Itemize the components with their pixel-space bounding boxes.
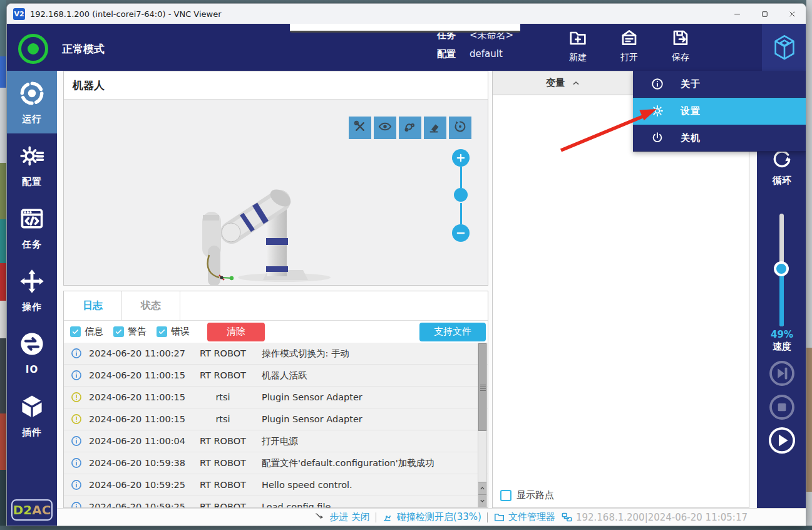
menu-item-settings[interactable]: 设置 xyxy=(633,98,806,125)
zoom-slider-handle[interactable] xyxy=(454,188,468,202)
view-eraser-button[interactable] xyxy=(424,117,446,139)
robot-model-badge: D2AC xyxy=(11,499,53,521)
file-button-label: 打开 xyxy=(620,52,638,63)
config-icon xyxy=(18,142,46,172)
file-manager-link[interactable]: 文件管理器 xyxy=(493,511,555,523)
zoom-out-button[interactable] xyxy=(452,224,470,242)
sidebar-item-plugin[interactable]: 插件 xyxy=(7,384,57,447)
step-mode-status[interactable]: 步进 关闭 xyxy=(314,511,370,523)
menu-item-about[interactable]: 关于 xyxy=(633,71,806,98)
sidebar-item-label: 配置 xyxy=(22,176,42,188)
operate-icon xyxy=(18,268,46,298)
zoom-slider-track xyxy=(460,167,462,188)
variables-title: 变量 xyxy=(546,77,565,89)
vnc-toolbar-peek[interactable] xyxy=(290,24,520,33)
log-source: RT ROBOT xyxy=(188,370,258,380)
stop-button[interactable] xyxy=(768,393,796,422)
filter-checkbox-1[interactable] xyxy=(113,326,124,337)
info-icon xyxy=(650,77,664,91)
log-timestamp: 2024-06-20 11:00:15 xyxy=(89,392,188,402)
collision-detection-status[interactable]: 碰撞检测开启(33%) xyxy=(382,511,481,523)
log-source: rtsi xyxy=(188,414,258,424)
view-reset-view-button[interactable] xyxy=(449,117,471,139)
log-row-list: 2024-06-20 11:00:27RT ROBOT操作模式切换为: 手动20… xyxy=(64,343,488,507)
step-forward-button[interactable] xyxy=(768,359,796,388)
mode-label: 正常模式 xyxy=(62,42,105,56)
status-bar: 步进 关闭 碰撞检测开启(33%) 文件管理器 192.168.1.200|20… xyxy=(57,508,806,526)
filter-checkbox-2[interactable] xyxy=(157,326,167,337)
save-file-button[interactable]: 保存 xyxy=(660,28,701,63)
log-timestamp: 2024-06-20 11:00:04 xyxy=(89,436,188,446)
log-message: Hello speed control. xyxy=(258,480,488,490)
robot-3d-view[interactable] xyxy=(64,100,488,285)
filter-checkbox-0[interactable] xyxy=(70,326,81,337)
log-row[interactable]: 2024-06-20 11:00:27RT ROBOT操作模式切换为: 手动 xyxy=(64,343,488,365)
menu-item-label: 设置 xyxy=(681,105,701,117)
open-file-button[interactable]: 打开 xyxy=(609,28,649,63)
app-dropdown-menu: 关于设置关机 xyxy=(633,71,806,152)
log-row[interactable]: 2024-06-20 10:59:25RT ROBOTLoad config f… xyxy=(64,496,488,507)
stop-icon xyxy=(768,412,796,424)
task-icon xyxy=(18,205,46,235)
new-file-icon xyxy=(568,28,588,50)
view-tools-button[interactable] xyxy=(349,117,371,139)
loop-mode-button[interactable]: 循环 xyxy=(757,147,806,187)
vnc-window: V2 192.168.1.200 (intel-corei7-64:0) - V… xyxy=(6,3,806,526)
status-green-icon xyxy=(18,34,48,64)
log-source: RT ROBOT xyxy=(188,458,258,468)
new-file-button[interactable]: 新建 xyxy=(558,28,598,63)
info-icon xyxy=(70,457,83,469)
view-eye-button[interactable] xyxy=(374,117,396,139)
tab-log[interactable]: 日志 xyxy=(64,291,122,320)
log-source: RT ROBOT xyxy=(188,348,258,358)
play-button[interactable] xyxy=(766,425,798,456)
app-logo-button[interactable] xyxy=(762,24,806,71)
view-trajectory-button[interactable] xyxy=(399,117,421,139)
info-icon xyxy=(70,369,83,382)
menu-item-shutdown[interactable]: 关机 xyxy=(633,125,806,152)
log-message: 打开电源 xyxy=(258,435,488,447)
log-timestamp: 2024-06-20 10:59:25 xyxy=(89,480,188,490)
log-message: 配置文件'default.configuration'加载成功 xyxy=(258,457,488,469)
log-message: 机器人活跃 xyxy=(258,370,488,382)
log-row[interactable]: 2024-06-20 11:00:04RT ROBOT打开电源 xyxy=(64,430,488,452)
scrollbar-thumb[interactable] xyxy=(478,343,486,431)
window-title: 192.168.1.200 (intel-corei7-64:0) - VNC … xyxy=(30,9,723,19)
speed-label: 速度 xyxy=(757,341,806,353)
chevron-up-icon xyxy=(571,78,581,88)
tab-status[interactable]: 状态 xyxy=(122,291,180,320)
log-row[interactable]: 2024-06-20 11:00:15RT ROBOT机器人活跃 xyxy=(64,365,488,387)
close-button[interactable] xyxy=(778,4,806,24)
sidebar-item-run[interactable]: 运行 xyxy=(7,71,57,133)
menu-item-label: 关机 xyxy=(681,132,701,144)
support-files-button[interactable]: 支持文件 xyxy=(419,323,486,341)
clear-log-button[interactable]: 清除 xyxy=(207,323,265,341)
show-waypoints-checkbox[interactable] xyxy=(500,490,511,501)
log-row[interactable]: 2024-06-20 11:00:15rtsiPlugin Sensor Ada… xyxy=(64,387,488,408)
view-toolbar xyxy=(349,117,471,139)
speed-percent: 49% xyxy=(757,329,806,340)
speed-slider-handle[interactable] xyxy=(774,261,789,276)
scroll-down-button[interactable] xyxy=(478,494,486,507)
log-message: Plugin Sensor Adapter xyxy=(258,414,488,424)
minimize-button[interactable] xyxy=(723,4,751,24)
sidebar-item-task[interactable]: 任务 xyxy=(7,196,57,259)
log-row[interactable]: 2024-06-20 10:59:25RT ROBOTHello speed c… xyxy=(64,474,488,496)
info-icon xyxy=(70,435,83,447)
log-row[interactable]: 2024-06-20 10:59:38RT ROBOT配置文件'default.… xyxy=(64,452,488,474)
sidebar-item-operate[interactable]: 操作 xyxy=(7,259,57,321)
log-timestamp: 2024-06-20 11:00:15 xyxy=(89,370,188,380)
sidebar-item-label: 任务 xyxy=(22,239,42,251)
save-file-icon xyxy=(671,28,691,50)
robot-panel-title: 机器人 xyxy=(64,71,488,100)
loop-label: 循环 xyxy=(773,175,791,187)
log-scrollbar[interactable] xyxy=(478,343,487,507)
zoom-in-button[interactable] xyxy=(452,149,470,167)
log-timestamp: 2024-06-20 11:00:27 xyxy=(89,348,188,358)
scroll-up-button[interactable] xyxy=(478,482,486,494)
log-message: Plugin Sensor Adapter xyxy=(258,392,488,402)
sidebar-item-config[interactable]: 配置 xyxy=(7,133,57,196)
sidebar-item-io[interactable]: IO xyxy=(7,321,57,384)
log-row[interactable]: 2024-06-20 11:00:15rtsiPlugin Sensor Ada… xyxy=(64,408,488,430)
maximize-button[interactable] xyxy=(751,4,778,24)
